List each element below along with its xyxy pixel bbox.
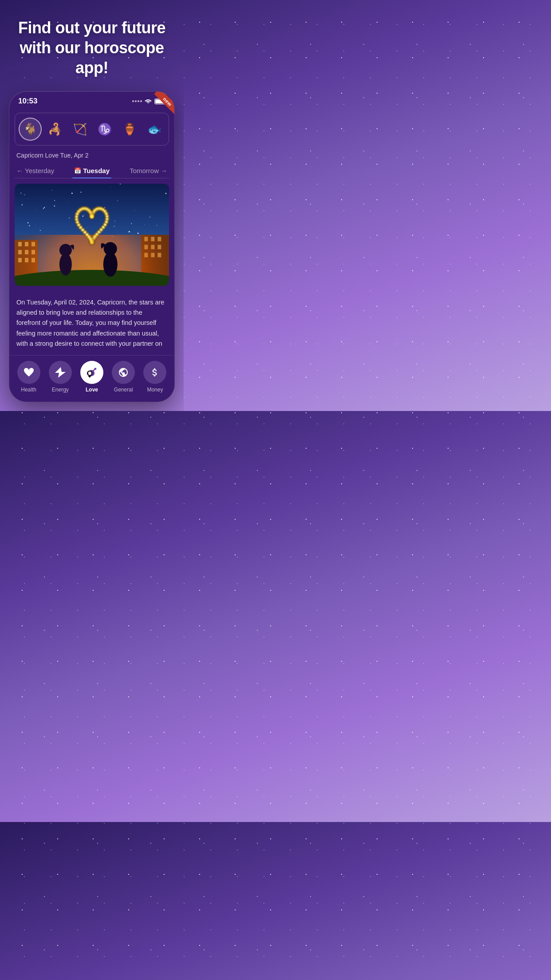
gender-icon <box>87 367 97 378</box>
phone-mockup: new 10:53 🐐 <box>9 91 175 402</box>
zodiac-sagittarius[interactable]: 🏹 <box>68 118 91 141</box>
yesterday-label: Yesterday <box>25 167 54 174</box>
signal-icon <box>132 100 142 102</box>
new-badge-label: new <box>154 91 174 115</box>
nav-energy[interactable]: Energy <box>44 361 76 393</box>
health-label: Health <box>21 387 36 393</box>
arrow-left-icon <box>16 167 23 174</box>
status-time: 10:53 <box>18 97 37 106</box>
calendar-icon: 📅 <box>74 167 81 174</box>
energy-label: Energy <box>52 387 69 393</box>
page-headline: Find out your future with our horoscope … <box>9 18 175 78</box>
arrow-right-icon <box>161 167 167 174</box>
health-icon-circle <box>17 361 40 384</box>
bolt-icon <box>55 367 66 378</box>
tuesday-label: Tuesday <box>83 167 110 174</box>
capricorn2-icon: ♑ <box>98 122 112 136</box>
scorpio-icon: 🦂 <box>48 122 62 136</box>
nav-general[interactable]: General <box>108 361 139 393</box>
tab-tuesday[interactable]: 📅 Tuesday <box>72 163 111 178</box>
nav-love[interactable]: Love <box>76 361 107 393</box>
money-label: Money <box>147 387 163 393</box>
love-icon-circle <box>80 361 103 384</box>
sagittarius-icon: 🏹 <box>73 122 87 136</box>
description-text: On Tuesday, April 02, 2024, Capricorn, t… <box>9 291 174 355</box>
love-image <box>15 184 169 286</box>
love-label: Love <box>86 387 98 393</box>
bottom-navigation: Health Energy Love <box>9 355 174 402</box>
date-label: Capricorn Love Tue, Apr 2 <box>9 149 174 162</box>
zodiac-aquarius[interactable]: 🏺 <box>118 118 141 141</box>
tab-navigation: Yesterday 📅 Tuesday Tomorrow <box>9 162 174 178</box>
zodiac-capricorn2[interactable]: ♑ <box>93 118 116 141</box>
nav-health[interactable]: Health <box>13 361 44 393</box>
energy-icon-circle <box>49 361 72 384</box>
tomorrow-label: Tomorrow <box>130 167 159 174</box>
love-canvas <box>15 184 169 286</box>
heart-icon <box>24 367 34 378</box>
tab-yesterday[interactable]: Yesterday <box>15 163 56 178</box>
globe-icon <box>118 367 129 378</box>
aquarius-icon: 🏺 <box>122 122 137 136</box>
nav-money[interactable]: Money <box>139 361 171 393</box>
tab-tomorrow[interactable]: Tomorrow <box>128 163 169 178</box>
dollar-icon <box>150 367 160 378</box>
zodiac-scorpio[interactable]: 🦂 <box>43 118 67 141</box>
capricorn-icon: 🐐 <box>23 122 37 136</box>
general-icon-circle <box>112 361 135 384</box>
money-icon-circle <box>143 361 166 384</box>
zodiac-capricorn[interactable]: 🐐 <box>19 118 42 141</box>
general-label: General <box>114 387 133 393</box>
new-badge: new <box>143 91 174 122</box>
pisces-icon: 🐟 <box>147 122 161 136</box>
